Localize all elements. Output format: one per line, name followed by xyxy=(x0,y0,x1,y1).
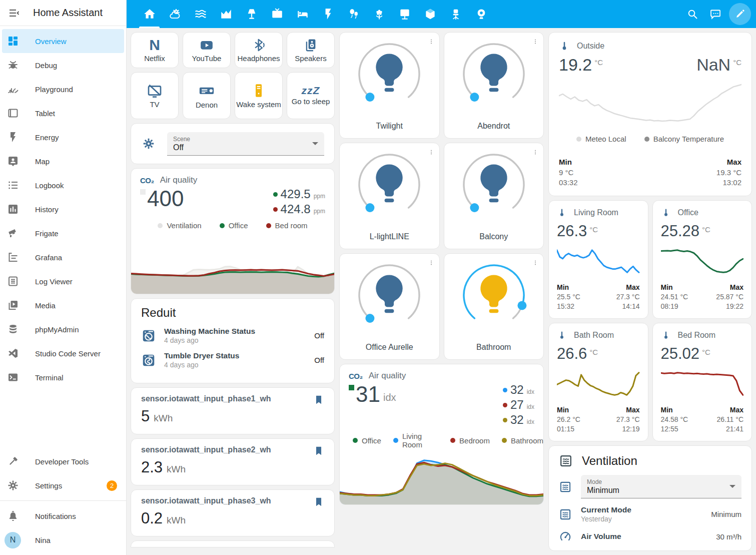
assist-button[interactable] xyxy=(704,3,727,26)
sidebar-item-playground[interactable]: Playground xyxy=(2,77,124,101)
ventilation-mode-select[interactable]: Mode Minimum xyxy=(581,475,741,498)
tab-air[interactable] xyxy=(341,0,366,28)
min-stat: Min24.51 °C08:19 xyxy=(661,283,688,311)
tab-office[interactable] xyxy=(443,0,468,28)
sidebar-item-profile[interactable]: NNina xyxy=(2,528,124,552)
sidebar-item-media[interactable]: Media xyxy=(2,293,124,317)
chart-box-icon xyxy=(7,203,19,215)
sidebar-item-phpmyadmin[interactable]: phpMyAdmin xyxy=(2,317,124,341)
edit-dashboard-button[interactable] xyxy=(729,3,751,25)
waves-icon xyxy=(194,8,207,21)
legend-office: Office xyxy=(353,432,381,449)
min-stat: Min24.58 °C12:55 xyxy=(661,405,688,434)
chat-icon xyxy=(709,8,721,20)
brightness-dial[interactable] xyxy=(456,37,531,112)
sensor-phase1-card[interactable]: sensor.iotawatt_input_phase1_wh 5kWh xyxy=(131,387,335,434)
brightness-dial[interactable] xyxy=(352,147,427,222)
dashboard-icon xyxy=(7,35,19,47)
more-menu-icon[interactable] xyxy=(426,147,436,157)
divider xyxy=(0,500,126,501)
tumble-dryer-row[interactable]: Tumble Dryer Status4 days ago Off xyxy=(141,351,324,369)
brightness-dial[interactable] xyxy=(352,258,427,333)
tab-weather[interactable] xyxy=(162,0,188,28)
chart-icon xyxy=(220,8,233,21)
tab-home[interactable] xyxy=(137,0,162,28)
wake-system-button[interactable]: Wake system xyxy=(235,72,283,119)
sidebar-item-notifications[interactable]: Notifications xyxy=(2,504,124,528)
brightness-dial[interactable] xyxy=(456,258,531,333)
tab-3d-printer[interactable] xyxy=(417,0,443,28)
washing-machine-row[interactable]: Washing Machine Status4 days ago Off xyxy=(141,327,324,344)
outside-temperature-card[interactable]: Outside 19.2°C NaN°C Meteo Local Balcony… xyxy=(548,32,752,196)
more-menu-icon[interactable] xyxy=(426,258,436,268)
tab-plants[interactable] xyxy=(366,0,392,28)
air-quality-index-card[interactable]: CO₂ Air quality 31 idx 32idx 27idx 32idx xyxy=(339,364,544,505)
youtube-button[interactable]: YouTube xyxy=(183,32,231,68)
tab-media[interactable] xyxy=(264,0,290,28)
tab-desktop[interactable] xyxy=(392,0,417,28)
speakers-button[interactable]: Speakers xyxy=(287,32,335,68)
tab-lights[interactable] xyxy=(239,0,264,28)
stat-bedroom: 27idx xyxy=(503,398,534,412)
more-menu-icon[interactable] xyxy=(530,147,540,157)
sidebar-item-developer-tools[interactable]: Developer Tools xyxy=(2,449,124,473)
sidebar-item-settings[interactable]: Settings2 xyxy=(2,473,124,497)
living-room-card[interactable]: Living Room 26.3°C Min25.5 °C15:32 Max27… xyxy=(548,200,648,319)
balloons-icon xyxy=(347,8,360,21)
more-menu-icon[interactable] xyxy=(530,258,540,268)
sidebar-nav: Overview Debug Playground Tablet Energy … xyxy=(0,26,126,449)
tab-pool[interactable] xyxy=(188,0,213,28)
sidebar: Home Assistant Overview Debug Playground… xyxy=(0,0,127,555)
gear-icon xyxy=(7,479,19,491)
cctv-icon xyxy=(7,227,19,239)
sidebar-item-tablet[interactable]: Tablet xyxy=(2,101,124,125)
sidebar-item-grafana[interactable]: Grafana xyxy=(2,245,124,269)
sidebar-item-frigate[interactable]: Frigate xyxy=(2,221,124,245)
more-menu-icon[interactable] xyxy=(530,37,540,47)
co2-main-value: 400 xyxy=(147,187,184,210)
search-button[interactable] xyxy=(681,3,704,26)
sidebar-item-map[interactable]: Map xyxy=(2,149,124,173)
list-icon xyxy=(7,179,19,191)
sidebar-item-logbook[interactable]: Logbook xyxy=(2,173,124,197)
sidebar-item-energy[interactable]: Energy xyxy=(2,125,124,149)
denon-button[interactable]: Denon xyxy=(183,72,231,119)
brightness-dial[interactable] xyxy=(456,147,531,222)
ventilation-card: Ventilation Mode Minimum Current ModeYes… xyxy=(548,445,752,551)
database-icon xyxy=(7,323,19,335)
bookmark-icon xyxy=(313,394,324,405)
min-stat: Min26.2 °C01:15 xyxy=(557,405,580,434)
tv-button[interactable]: TV xyxy=(131,72,179,119)
av-receiver-icon xyxy=(198,82,215,99)
office-card[interactable]: Office 25.28°C Min24.51 °C08:19 Max25.87… xyxy=(652,200,752,319)
sidebar-item-log-viewer[interactable]: Log Viewer xyxy=(2,269,124,293)
netflix-button[interactable]: NNetflix xyxy=(131,32,179,68)
tab-cameras[interactable] xyxy=(468,0,494,28)
tab-sensors[interactable] xyxy=(213,0,239,28)
menu-open-icon[interactable] xyxy=(8,7,20,19)
sensor-phase2-card[interactable]: sensor.iotawatt_input_phase2_wh 2.3kWh xyxy=(131,438,335,485)
sidebar-item-studio-code-server[interactable]: Studio Code Server xyxy=(2,341,124,365)
air-volume-row[interactable]: Air Volume 30 m³/h xyxy=(559,530,741,543)
sensor-value: 2.3 xyxy=(141,458,163,476)
sidebar-item-debug[interactable]: Debug xyxy=(2,53,124,77)
brightness-dial[interactable] xyxy=(352,37,427,112)
go-to-sleep-button[interactable]: zzZGo to sleep xyxy=(287,72,335,119)
air-quality-co2-card[interactable]: CO₂ Air quality 400 429.5ppm 424.8ppm Ve… xyxy=(131,168,335,294)
tab-energy[interactable] xyxy=(315,0,341,28)
sidebar-item-overview[interactable]: Overview xyxy=(2,29,124,53)
sidebar-item-history[interactable]: History xyxy=(2,197,124,221)
light-card-twilight: Twilight xyxy=(339,32,440,139)
sensor-phase3-card[interactable]: sensor.iotawatt_input_phase3_wh 0.2kWh xyxy=(131,489,335,536)
play-box-icon xyxy=(7,299,19,311)
more-menu-icon[interactable] xyxy=(426,37,436,47)
scene-select[interactable]: Scene Off xyxy=(167,132,324,156)
room-temp: 25.28°C xyxy=(661,223,744,240)
chevron-down-icon xyxy=(729,485,735,488)
tab-bedroom[interactable] xyxy=(290,0,315,28)
current-mode-row[interactable]: Current ModeYesterday Minimum xyxy=(559,505,741,523)
headphones-button[interactable]: Headphones xyxy=(235,32,283,68)
bath-room-card[interactable]: Bath Room 26.6°C Min26.2 °C01:15 Max27.3… xyxy=(548,323,648,441)
sidebar-item-terminal[interactable]: Terminal xyxy=(2,365,124,389)
bed-room-card[interactable]: Bed Room 25.02°C Min24.58 °C12:55 Max26.… xyxy=(652,323,752,441)
